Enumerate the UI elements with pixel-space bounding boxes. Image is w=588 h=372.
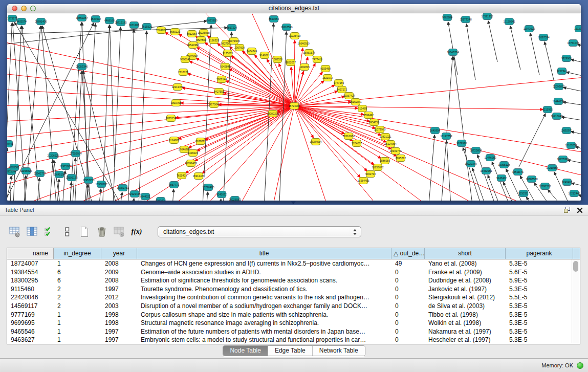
show-columns-icon[interactable] [26, 225, 39, 239]
graph-edge[interactable] [127, 30, 134, 201]
graph-edge[interactable] [189, 61, 294, 106]
graph-edge[interactable] [294, 81, 324, 106]
table-cell[interactable]: Wolkin et al. (1998) [425, 319, 506, 327]
table-cell[interactable]: 6 [54, 276, 101, 285]
table-row[interactable]: 977716911998Corpus callosum shape and si… [7, 311, 580, 319]
table-cell[interactable]: 22420046 [7, 293, 54, 302]
float-panel-icon[interactable] [563, 206, 571, 215]
graph-edge[interactable] [7, 106, 294, 141]
column-header-in_degree[interactable]: in_degree [54, 248, 101, 259]
table-cell[interactable]: 18724007 [7, 259, 54, 268]
table-cell[interactable]: 9115460 [7, 285, 54, 294]
graph-edge[interactable] [7, 172, 13, 201]
table-cell[interactable]: Estimation of significance thresholds fo… [137, 276, 391, 285]
table-cell[interactable]: Disruption of a novel member of a sodium… [137, 302, 391, 311]
table-cell[interactable]: Corpus callosum shape and size in male p… [137, 311, 391, 319]
table-cell[interactable]: 2 [54, 302, 101, 311]
table-cell[interactable]: Tibbo et al. (1998) [425, 311, 506, 319]
graph-edge[interactable] [7, 106, 294, 123]
table-cell[interactable]: Jankovic et al. (1997) [425, 285, 506, 294]
graph-edge[interactable] [112, 27, 121, 201]
table-cell[interactable]: 5.3E-5 [506, 311, 573, 319]
table-row[interactable]: 946362711997Embryonic stem cells: a mode… [7, 336, 580, 344]
table-cell[interactable]: 5.3E-5 [506, 327, 573, 336]
table-cell[interactable]: 0 [391, 285, 425, 294]
graph-edge[interactable] [466, 24, 475, 80]
delete-columns-icon[interactable] [95, 225, 108, 239]
table-cell[interactable]: Changes of HCN gene expression and I(f) … [137, 259, 391, 268]
table-cell[interactable]: 1997 [101, 336, 137, 344]
table-cell[interactable]: Tourette syndrome. Phenomenology and cla… [137, 285, 391, 294]
graph-edge[interactable] [102, 25, 110, 201]
tab-edge-table[interactable]: Edge Table [268, 346, 312, 356]
table-cell[interactable]: 1 [54, 327, 101, 336]
graph-edge[interactable] [578, 45, 581, 52]
graph-edge[interactable] [294, 106, 335, 201]
table-cell[interactable]: 0 [391, 302, 425, 311]
table-row[interactable]: 1830029562008Estimation of significance … [7, 276, 580, 285]
close-window-button[interactable] [12, 6, 17, 11]
table-cell[interactable]: Stergiakouli et al. (2012) [425, 293, 506, 302]
table-cell[interactable]: 5.3E-5 [506, 259, 573, 268]
table-cell[interactable]: 2 [54, 293, 101, 302]
graph-edge[interactable] [294, 106, 374, 165]
graph-edge[interactable] [427, 135, 434, 201]
table-cell[interactable]: 1 [54, 319, 101, 327]
function-builder-icon[interactable]: f(x) [130, 225, 143, 239]
graph-edge[interactable] [23, 106, 294, 201]
table-cell[interactable]: 2003 [101, 302, 137, 311]
row-height-icon[interactable] [60, 225, 74, 239]
table-cell[interactable]: Estimation of the future numbers of pati… [137, 327, 391, 336]
column-header-year[interactable]: year [101, 248, 137, 259]
graph-edge[interactable] [294, 106, 543, 110]
table-cell[interactable]: 0 [391, 336, 425, 344]
graph-edge[interactable] [568, 160, 581, 167]
table-cell[interactable]: 2008 [101, 276, 137, 285]
graph-edge[interactable] [294, 97, 344, 106]
graph-edge[interactable] [488, 21, 497, 62]
table-cell[interactable]: 1998 [101, 319, 137, 327]
table-cell[interactable]: 14569117 [7, 302, 54, 311]
table-cell[interactable]: 1997 [101, 327, 137, 336]
graph-edge[interactable] [130, 199, 134, 201]
table-cell[interactable]: 5.6E-5 [506, 268, 573, 277]
network-window[interactable]: citations_edges.txt 86601238912954182260… [7, 4, 581, 201]
table-cell[interactable]: Genome–wide association studies in ADHD. [137, 268, 391, 277]
graph-edge[interactable] [563, 87, 581, 95]
table-cell[interactable]: 2012 [101, 293, 137, 302]
table-cell[interactable]: 0 [391, 276, 425, 285]
graph-edge[interactable] [10, 176, 11, 201]
network-window-titlebar[interactable]: citations_edges.txt [7, 4, 581, 13]
create-column-icon[interactable] [78, 225, 91, 239]
table-cell[interactable]: 5.3E-5 [506, 285, 573, 294]
column-header-title[interactable]: title [137, 248, 391, 259]
table-cell[interactable]: 9463627 [7, 336, 54, 344]
table-cell[interactable]: 9465546 [7, 327, 54, 336]
table-cell[interactable]: 1 [54, 336, 101, 344]
table-mode-icon[interactable] [8, 225, 21, 239]
zoom-window-button[interactable] [30, 6, 36, 11]
table-cell[interactable]: 2008 [101, 259, 137, 268]
minimize-window-button[interactable] [21, 6, 27, 11]
graph-edge[interactable] [579, 195, 581, 201]
table-cell[interactable]: 0 [391, 319, 425, 327]
graph-edge[interactable] [572, 183, 581, 190]
column-header-pagerank[interactable]: pagerank [506, 248, 573, 259]
column-header-name[interactable]: name [7, 248, 54, 259]
table-cell[interactable]: 1998 [101, 311, 137, 319]
column-header-short[interactable]: short [425, 248, 506, 259]
table-cell[interactable]: 9777169 [7, 311, 54, 319]
graph-edge[interactable] [561, 117, 581, 123]
table-cell[interactable]: 49 [391, 259, 425, 268]
scrollbar-thumb[interactable] [573, 261, 578, 272]
graph-edge[interactable] [545, 42, 554, 80]
table-cell[interactable]: 6 [54, 268, 101, 277]
graph-edge[interactable] [510, 26, 520, 70]
graph-edge[interactable] [48, 160, 53, 201]
table-cell[interactable]: 5.5E-5 [506, 293, 573, 302]
table-row[interactable]: 1872400712008Changes of HCN gene express… [7, 259, 580, 268]
network-graph[interactable]: 8660123891295418226058982750381863289827… [7, 13, 581, 201]
graph-edge[interactable] [69, 182, 71, 201]
table-cell[interactable]: Dudbridge et al. (2008) [425, 276, 506, 285]
graph-edge[interactable] [82, 23, 89, 201]
